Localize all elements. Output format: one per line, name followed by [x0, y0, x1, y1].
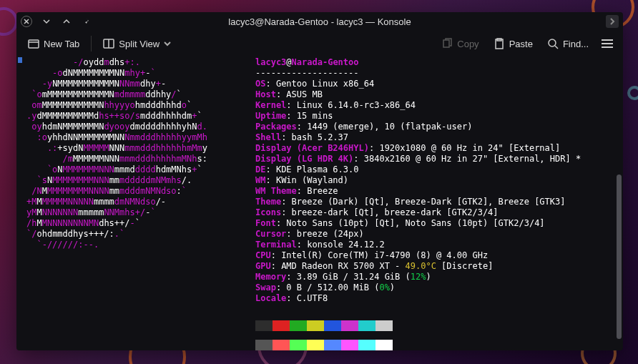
- scrollbar-thumb[interactable]: [617, 174, 622, 339]
- overflow-right-icon[interactable]: [606, 15, 619, 28]
- find-label: Find...: [563, 39, 589, 49]
- new-tab-label: New Tab: [44, 39, 79, 49]
- hamburger-icon[interactable]: [597, 35, 617, 52]
- paste-button[interactable]: Paste: [488, 35, 539, 52]
- color-palette: [255, 320, 581, 334]
- paste-icon: [494, 38, 505, 49]
- sysinfo-block: lacyc3@Narada-Gentoo -------------------…: [244, 57, 581, 350]
- terminal-area[interactable]: -/oyddmdhs+:. -odNMMMMMMMMNNmhy+-` -yNMM…: [16, 56, 623, 350]
- konsole-window: lacyc3@Narada-Gentoo - lacyc3 — Konsole …: [16, 12, 623, 350]
- copy-icon: [441, 38, 453, 49]
- new-tab-icon: [28, 38, 39, 49]
- window-title: lacyc3@Narada-Gentoo - lacyc3 — Konsole: [16, 16, 623, 27]
- close-icon[interactable]: [21, 16, 32, 27]
- split-view-label: Split View: [119, 39, 160, 49]
- pin-icon[interactable]: [81, 16, 92, 27]
- split-view-button[interactable]: Split View: [97, 35, 177, 52]
- toolbar: New Tab Split View Copy Paste Find...: [16, 32, 623, 56]
- copy-button[interactable]: Copy: [436, 35, 484, 52]
- ascii-logo: -/oyddmdhs+:. -odNMMMMMMMMNNmhy+-` -yNMM…: [22, 57, 244, 350]
- chevron-down-icon: [164, 39, 171, 49]
- svg-rect-0: [29, 40, 39, 48]
- search-icon: [547, 38, 559, 49]
- svg-rect-2: [443, 40, 449, 47]
- minimize-icon[interactable]: [41, 16, 52, 27]
- titlebar: lacyc3@Narada-Gentoo - lacyc3 — Konsole: [16, 12, 623, 32]
- split-view-icon: [103, 38, 114, 49]
- copy-label: Copy: [457, 39, 478, 49]
- svg-point-5: [549, 39, 556, 46]
- paste-label: Paste: [509, 39, 533, 49]
- find-button[interactable]: Find...: [541, 35, 594, 52]
- maximize-icon[interactable]: [61, 16, 72, 27]
- scrollbar-track[interactable]: [616, 59, 622, 345]
- separator: [91, 36, 92, 51]
- new-tab-button[interactable]: New Tab: [22, 35, 85, 52]
